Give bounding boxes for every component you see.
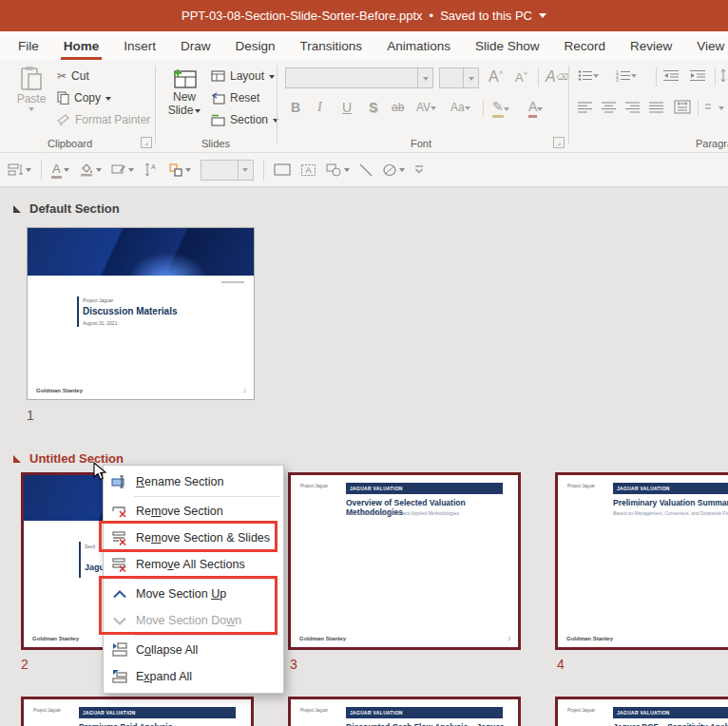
new-slide-button[interactable]: New Slide: [163, 66, 205, 117]
tab-insert[interactable]: Insert: [111, 31, 168, 60]
align-objects-icon: [8, 162, 24, 177]
rectangle-shape-button[interactable]: [274, 163, 291, 176]
section-collapse-icon[interactable]: [13, 205, 21, 213]
align-left-button[interactable]: [578, 102, 592, 113]
tab-record[interactable]: Record: [551, 31, 618, 60]
slide3-subtitle: Description of Considered and Applied Me…: [346, 510, 510, 516]
font-name-combobox[interactable]: [285, 67, 433, 88]
toolbar-overflow-button[interactable]: [414, 165, 424, 174]
slide-thumbnail-4[interactable]: Project Jaguar JAGUAR VALUATION Prelimin…: [555, 472, 728, 650]
change-case-button[interactable]: Aa: [450, 101, 470, 114]
section-title: Default Section: [29, 201, 120, 216]
bullets-button[interactable]: [578, 69, 599, 82]
cut-icon: ✂: [57, 69, 67, 83]
numbering-icon: 123: [616, 69, 631, 82]
save-status[interactable]: Saved to this PC: [440, 9, 532, 23]
align-right-button[interactable]: [625, 102, 640, 113]
oval-shape-button[interactable]: [382, 163, 405, 177]
copy-button[interactable]: Copy: [57, 91, 111, 105]
text-direction-button[interactable]: [705, 102, 724, 113]
section-label: Section: [230, 113, 268, 126]
tab-draw[interactable]: Draw: [168, 31, 223, 60]
menu-item-collapse-all[interactable]: Collapse All: [104, 637, 283, 663]
slide-number-2: 2: [21, 657, 29, 672]
shape-fill-icon: [79, 162, 94, 177]
clipboard-group-label: Clipboard: [48, 138, 92, 149]
paste-button[interactable]: Paste: [11, 66, 51, 112]
tab-animations[interactable]: Animations: [374, 31, 463, 60]
svg-text:3: 3: [616, 77, 619, 82]
justify-button[interactable]: [649, 102, 663, 113]
align-objects-button[interactable]: [8, 162, 31, 177]
quick-toolbar: A A A: [0, 153, 728, 187]
menu-item-rename-section[interactable]: Rename Section: [104, 468, 283, 495]
section-collapse-icon-red[interactable]: [13, 455, 21, 463]
clipboard-dialog-launcher[interactable]: ⌟: [141, 137, 152, 148]
format-painter-button[interactable]: Format Painter: [57, 113, 150, 126]
line-shape-button[interactable]: [359, 163, 373, 177]
increase-indent-button[interactable]: [690, 69, 705, 82]
tab-review[interactable]: Review: [618, 31, 684, 60]
layout-chevron-icon: [269, 75, 275, 82]
slide-number-3: 3: [290, 657, 297, 672]
qt-combobox[interactable]: [201, 160, 254, 181]
font-size-combobox[interactable]: [439, 67, 479, 88]
save-status-chevron-icon[interactable]: [539, 13, 546, 22]
document-title: PPT-03-08-Section-Slide-Sorter-Before.pp…: [182, 9, 423, 23]
slide-thumbnail-1[interactable]: Project Jaguar Discussion Materials Augu…: [27, 227, 255, 400]
qt-shape-fill-button[interactable]: [79, 162, 102, 177]
slide-number-4: 4: [557, 657, 565, 672]
slide3-eyebrow: Project Jaguar: [300, 484, 328, 488]
qt-shape-outline-button[interactable]: [111, 162, 134, 177]
columns-button[interactable]: [674, 100, 691, 114]
clear-formatting-button[interactable]: A⌫: [546, 68, 567, 86]
slide1-page-number: 1: [243, 388, 246, 393]
decrease-indent-button[interactable]: [663, 69, 679, 82]
text-box-button[interactable]: A: [300, 163, 316, 177]
underline-button[interactable]: U: [342, 100, 352, 115]
section-button[interactable]: Section: [211, 113, 278, 126]
tab-transitions[interactable]: Transitions: [288, 31, 375, 60]
slide-thumbnail-6[interactable]: Project Jaguar JAGUAR VALUATION Discount…: [288, 697, 521, 726]
slide4-footer-logo: Goldman Stanley: [566, 636, 613, 641]
slide7-title: Jaguar DCF – Sensitivity Analysis: [613, 722, 728, 726]
bold-button[interactable]: B: [291, 100, 300, 115]
line-spacing-button[interactable]: [720, 69, 728, 82]
strikethrough-button[interactable]: ab: [392, 101, 404, 114]
text-highlight-button[interactable]: ✎: [492, 99, 509, 118]
font-color-button[interactable]: A: [528, 99, 543, 118]
tab-view[interactable]: View: [684, 31, 728, 60]
menu-item-expand-all[interactable]: Expand All: [104, 663, 283, 690]
slide6-title: Discounted Cash Flow Analysis – Jaguar: [346, 722, 510, 726]
align-center-button[interactable]: [602, 102, 616, 113]
slide3-footer-logo: Goldman Stanley: [299, 636, 346, 641]
numbering-button[interactable]: 123: [616, 69, 637, 82]
grow-font-button[interactable]: A˄: [489, 68, 503, 86]
text-shadow-button[interactable]: S: [369, 100, 377, 115]
new-slide-chevron-icon: [195, 109, 201, 116]
character-spacing-button[interactable]: AV: [416, 101, 436, 114]
tab-design[interactable]: Design: [223, 31, 288, 60]
qt-font-color-button[interactable]: A: [51, 162, 69, 179]
layout-button[interactable]: Layout: [211, 69, 275, 83]
slide2-accent-bar: [79, 542, 81, 578]
section-header-default[interactable]: Default Section: [13, 201, 120, 216]
annotation-box-remove-section-slides: [99, 521, 278, 552]
shrink-font-button[interactable]: A˅: [515, 70, 527, 85]
slide-thumbnail-5[interactable]: Project Jaguar JAGUAR VALUATION Premiums…: [21, 697, 254, 726]
reset-button[interactable]: Reset: [211, 91, 259, 105]
slide-thumbnail-3[interactable]: Project Jaguar JAGUAR VALUATION Overview…: [288, 472, 521, 650]
cut-button[interactable]: ✂ Cut: [57, 69, 89, 83]
menu-item-remove-all-sections[interactable]: Remove All Sections: [104, 551, 283, 578]
tab-slide-show[interactable]: Slide Show: [463, 31, 552, 60]
font-dialog-launcher[interactable]: ⌟: [553, 137, 565, 148]
tab-file[interactable]: File: [6, 31, 51, 60]
tab-home[interactable]: Home: [51, 31, 112, 60]
line-icon: [359, 163, 373, 177]
sort-order-button[interactable]: A: [144, 162, 159, 177]
italic-button[interactable]: I: [317, 100, 322, 115]
remove-all-sections-icon: [104, 557, 136, 572]
arrange-button[interactable]: [168, 162, 191, 177]
slide-thumbnail-7[interactable]: Project Jaguar JAGUAR VALUATION Jaguar D…: [555, 697, 728, 726]
shapes-button[interactable]: [326, 163, 350, 177]
